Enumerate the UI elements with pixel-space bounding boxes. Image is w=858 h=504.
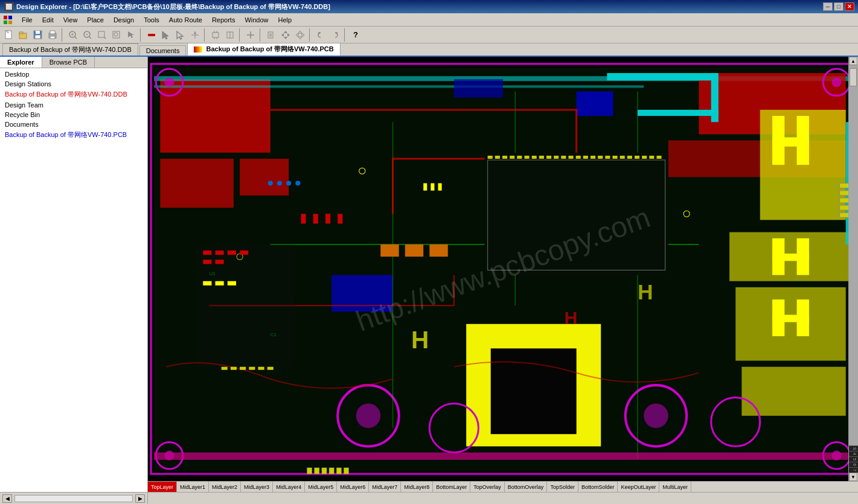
tb-pencil[interactable] xyxy=(264,28,278,42)
svg-rect-74 xyxy=(772,254,809,261)
pcb-canvas-area[interactable]: U1 U2 C1 xyxy=(148,57,858,481)
tree-item-design-stations[interactable]: Design Stations xyxy=(0,79,147,89)
vertical-scrollbar[interactable]: ▲ S 4 5 6 7 ▼ xyxy=(848,57,858,481)
menu-edit[interactable]: Edit xyxy=(37,15,59,25)
tb-zoom-out[interactable] xyxy=(81,28,94,42)
tb-print[interactable] xyxy=(46,28,59,42)
panel-tab-explorer[interactable]: Explorer xyxy=(0,57,42,68)
layer-mid2[interactable]: MidLayer2 xyxy=(209,482,241,492)
side-label-5[interactable]: 5 xyxy=(849,456,858,462)
svg-rect-59 xyxy=(160,159,234,208)
side-label-7[interactable]: 7 xyxy=(849,467,858,473)
toolbar: ? xyxy=(0,27,858,43)
tb-save[interactable] xyxy=(31,28,45,42)
app-menu-icon[interactable] xyxy=(1,13,14,27)
tb-interactive[interactable] xyxy=(145,28,158,42)
panel-scroll-right[interactable]: ▶ xyxy=(135,494,145,503)
tb-fit[interactable] xyxy=(110,28,123,42)
layer-mid8[interactable]: MidLayer8 xyxy=(401,482,433,492)
close-button[interactable]: ✕ xyxy=(845,2,854,11)
layer-top-overlay[interactable]: TopOverlay xyxy=(470,482,505,492)
svg-rect-163 xyxy=(591,156,595,159)
tb-select[interactable] xyxy=(124,28,138,42)
tb-zoom-in[interactable] xyxy=(66,28,80,42)
minimize-button[interactable]: ─ xyxy=(823,2,833,11)
layer-mid1[interactable]: MidLayer1 xyxy=(177,482,209,492)
tab-pcb-label: Backup of Backup of 带网络VW-740.PCB xyxy=(206,45,333,53)
menu-help[interactable]: Help xyxy=(274,15,297,25)
tb-undo[interactable] xyxy=(314,28,327,42)
tb-cursor[interactable] xyxy=(159,28,173,42)
side-label-6[interactable]: 6 xyxy=(849,462,858,467)
menu-autoroute[interactable]: Auto Route xyxy=(164,15,207,25)
tb-move[interactable] xyxy=(279,28,292,42)
layer-keepout[interactable]: KeepOutLayer xyxy=(618,482,659,492)
menu-design[interactable]: Design xyxy=(109,15,139,25)
tb-arrow[interactable] xyxy=(188,28,202,42)
layer-bottom-overlay[interactable]: BottomOverlay xyxy=(505,482,548,492)
svg-marker-28 xyxy=(177,31,183,39)
layer-mid3[interactable]: MidLayer3 xyxy=(241,482,273,492)
menu-tools[interactable]: Tools xyxy=(139,15,164,25)
side-label-s[interactable]: S xyxy=(849,445,858,451)
tb-zoom-rect[interactable] xyxy=(95,28,109,42)
tab-ddb[interactable]: Backup of Backup of 带网络VW-740.DDB xyxy=(2,43,138,56)
svg-marker-52 xyxy=(302,33,304,37)
layer-multi[interactable]: MultiLayer xyxy=(659,482,691,492)
tab-pcb[interactable]: Backup of Backup of 带网络VW-740.PCB xyxy=(187,43,340,56)
svg-rect-77 xyxy=(772,315,809,322)
side-label-4[interactable]: 4 xyxy=(849,451,858,456)
svg-rect-133 xyxy=(307,468,312,474)
layer-mid6[interactable]: MidLayer6 xyxy=(337,482,369,492)
svg-rect-169 xyxy=(635,156,639,159)
tb-redo[interactable] xyxy=(328,28,342,42)
tb-cursor2[interactable] xyxy=(174,28,187,42)
svg-rect-160 xyxy=(568,156,573,159)
svg-rect-170 xyxy=(642,156,647,159)
tree-item-desktop[interactable]: Desktop xyxy=(0,69,147,79)
tree-item-backup-ddb[interactable]: Backup of Backup of 带网络VW-740.DDB xyxy=(0,89,147,100)
svg-rect-142 xyxy=(840,205,849,210)
tree-item-documents[interactable]: Documents xyxy=(0,120,147,129)
svg-point-93 xyxy=(356,404,381,429)
svg-text:H: H xyxy=(638,280,653,304)
scroll-down-arrow[interactable]: ▼ xyxy=(849,473,857,481)
tb-cross[interactable] xyxy=(244,28,257,42)
menu-place[interactable]: Place xyxy=(82,15,109,25)
layer-mid7[interactable]: MidLayer7 xyxy=(369,482,401,492)
layer-top-solder[interactable]: TopSolder xyxy=(547,482,578,492)
menu-window[interactable]: Window xyxy=(240,15,273,25)
menu-file[interactable]: File xyxy=(17,15,37,25)
tb-open[interactable] xyxy=(17,28,30,42)
menu-reports[interactable]: Reports xyxy=(207,15,240,25)
layer-mid4[interactable]: MidLayer4 xyxy=(273,482,305,492)
panel-tab-browse[interactable]: Browse PCB xyxy=(42,57,95,68)
tb-component[interactable] xyxy=(209,28,222,42)
layer-mid5[interactable]: MidLayer5 xyxy=(305,482,337,492)
svg-marker-31 xyxy=(194,31,196,34)
layer-bottom-solder[interactable]: BottomSolder xyxy=(578,482,618,492)
tab-documents-label: Documents xyxy=(146,47,180,54)
separator-6 xyxy=(309,28,312,42)
maximize-button[interactable]: □ xyxy=(834,2,844,11)
tree-item-design-team[interactable]: Design Team xyxy=(0,100,147,110)
layer-top[interactable]: TopLayer xyxy=(148,482,177,492)
tree-item-recycle[interactable]: Recycle Bin xyxy=(0,110,147,120)
scroll-up-arrow[interactable]: ▲ xyxy=(849,57,857,65)
svg-rect-171 xyxy=(649,156,654,159)
svg-rect-106 xyxy=(313,214,318,223)
layer-bottom[interactable]: BottomLayer xyxy=(433,482,470,492)
tb-help[interactable]: ? xyxy=(349,28,362,42)
tab-documents[interactable]: Documents xyxy=(139,45,187,56)
tb-component2[interactable] xyxy=(223,28,237,42)
scroll-thumb-v[interactable] xyxy=(850,68,857,86)
tb-new[interactable] xyxy=(2,28,16,42)
tree-item-backup-pcb[interactable]: Backup of Backup of 带网络VW-740.PCB xyxy=(0,129,147,141)
panel-scrollbar-h[interactable] xyxy=(14,495,133,502)
tb-move2[interactable] xyxy=(293,28,307,42)
svg-point-87 xyxy=(831,77,841,87)
panel-scroll-left[interactable]: ◀ xyxy=(2,494,12,503)
svg-rect-155 xyxy=(532,156,537,159)
menu-view[interactable]: View xyxy=(59,15,83,25)
svg-rect-149 xyxy=(488,156,493,159)
